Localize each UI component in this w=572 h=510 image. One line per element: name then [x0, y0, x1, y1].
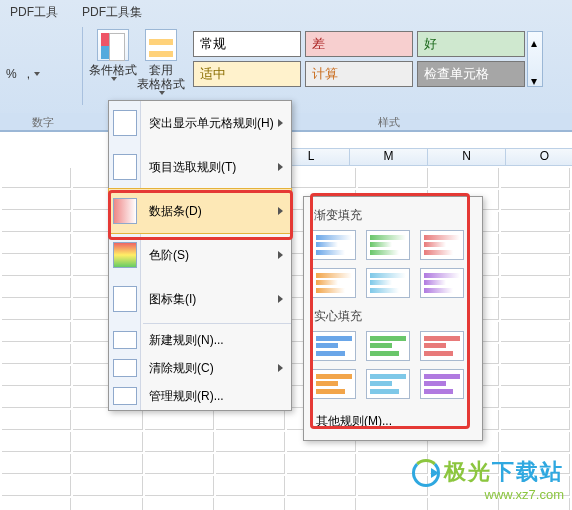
menu-manage-rules-label: 管理规则(R)... — [149, 388, 224, 405]
top-bottom-icon — [113, 154, 137, 180]
number-format-controls: % , — [6, 27, 76, 81]
menu-color-scales-label: 色阶(S) — [149, 247, 189, 264]
menu-new-rule-label: 新建规则(N)... — [149, 332, 224, 349]
menu-top-bottom-rules[interactable]: 项目选取规则(T) — [109, 145, 291, 189]
conditional-formatting-menu: 突出显示单元格规则(H) 项目选取规则(T) 数据条(D) 色阶(S) 图标集(… — [108, 100, 292, 411]
chevron-right-icon — [278, 119, 283, 127]
group-label-number: 数字 — [0, 115, 86, 130]
scroll-down-icon[interactable]: ▾ — [531, 74, 539, 82]
section-gradient-fill: 渐变填充 — [314, 207, 474, 224]
style-neutral[interactable]: 适中 — [193, 61, 301, 87]
manage-rules-icon — [113, 387, 137, 405]
col-header-m[interactable]: M — [350, 148, 428, 166]
databar-gradient-lightblue[interactable] — [366, 268, 410, 298]
table-format-icon — [145, 29, 177, 61]
chevron-right-icon — [278, 364, 283, 372]
icon-sets-icon — [113, 286, 137, 312]
menu-highlight-rules[interactable]: 突出显示单元格规则(H) — [109, 101, 291, 145]
chevron-right-icon — [278, 207, 283, 215]
col-header-o[interactable]: O — [506, 148, 572, 166]
menu-top-bottom-label: 项目选取规则(T) — [149, 159, 236, 176]
watermark-logo-icon — [412, 459, 440, 487]
watermark: 极光下载站 www.xz7.com — [412, 457, 564, 502]
data-bars-submenu: 渐变填充 实心填充 其他规则(M)... — [303, 196, 483, 441]
chevron-down-icon — [159, 91, 165, 95]
cell-styles-gallery[interactable]: 常规 差 好 适中 计算 检查单元格 — [193, 31, 525, 87]
databar-solid-lightblue[interactable] — [366, 369, 410, 399]
databar-solid-orange[interactable] — [312, 369, 356, 399]
databar-gradient-green[interactable] — [366, 230, 410, 260]
conditional-formatting-icon — [97, 29, 129, 61]
chevron-right-icon — [278, 251, 283, 259]
style-normal[interactable]: 常规 — [193, 31, 301, 57]
color-scales-icon — [113, 242, 137, 268]
styles-scrollbar[interactable]: ▴ ▾ — [527, 31, 543, 87]
menu-other-rules[interactable]: 其他规则(M)... — [312, 407, 474, 436]
comma-button[interactable]: , — [27, 67, 30, 81]
tab-pdf-toolset[interactable]: PDF工具集 — [82, 4, 142, 21]
clear-rules-icon — [113, 359, 137, 377]
menu-new-rule[interactable]: 新建规则(N)... — [109, 326, 291, 354]
chevron-right-icon — [278, 163, 283, 171]
databar-gradient-purple[interactable] — [420, 268, 464, 298]
databar-solid-blue[interactable] — [312, 331, 356, 361]
scroll-up-icon[interactable]: ▴ — [531, 36, 539, 44]
chevron-down-icon[interactable] — [34, 72, 40, 76]
menu-highlight-label: 突出显示单元格规则(H) — [149, 115, 274, 132]
style-good[interactable]: 好 — [417, 31, 525, 57]
style-check-cell[interactable]: 检查单元格 — [417, 61, 525, 87]
databar-gradient-red[interactable] — [420, 230, 464, 260]
conditional-formatting-button[interactable]: 条件格式 — [89, 27, 137, 81]
menu-data-bars-label: 数据条(D) — [149, 203, 202, 220]
menu-color-scales[interactable]: 色阶(S) — [109, 233, 291, 277]
column-headers: L M N O — [272, 148, 572, 166]
menu-data-bars[interactable]: 数据条(D) — [109, 189, 291, 233]
ribbon-tabs: PDF工具 PDF工具集 — [0, 0, 572, 25]
format-as-table-button[interactable]: 套用表格格式 — [137, 27, 185, 95]
data-bars-icon — [113, 198, 137, 224]
watermark-url: www.xz7.com — [412, 487, 564, 502]
section-solid-fill: 实心填充 — [314, 308, 474, 325]
col-header-n[interactable]: N — [428, 148, 506, 166]
new-rule-icon — [113, 331, 137, 349]
databar-solid-red[interactable] — [420, 331, 464, 361]
style-bad[interactable]: 差 — [305, 31, 413, 57]
databar-gradient-blue[interactable] — [312, 230, 356, 260]
databar-gradient-orange[interactable] — [312, 268, 356, 298]
menu-clear-rules-label: 清除规则(C) — [149, 360, 214, 377]
databar-solid-green[interactable] — [366, 331, 410, 361]
chevron-down-icon — [111, 77, 117, 81]
highlight-rules-icon — [113, 110, 137, 136]
tab-pdf-tools[interactable]: PDF工具 — [10, 4, 58, 21]
format-as-table-label: 套用表格格式 — [137, 63, 185, 91]
menu-clear-rules[interactable]: 清除规则(C) — [109, 354, 291, 382]
style-calculation[interactable]: 计算 — [305, 61, 413, 87]
percent-button[interactable]: % — [6, 67, 17, 81]
conditional-formatting-label: 条件格式 — [89, 63, 137, 77]
databar-solid-purple[interactable] — [420, 369, 464, 399]
menu-icon-sets[interactable]: 图标集(I) — [109, 277, 291, 321]
menu-manage-rules[interactable]: 管理规则(R)... — [109, 382, 291, 410]
menu-icon-sets-label: 图标集(I) — [149, 291, 196, 308]
chevron-right-icon — [278, 295, 283, 303]
